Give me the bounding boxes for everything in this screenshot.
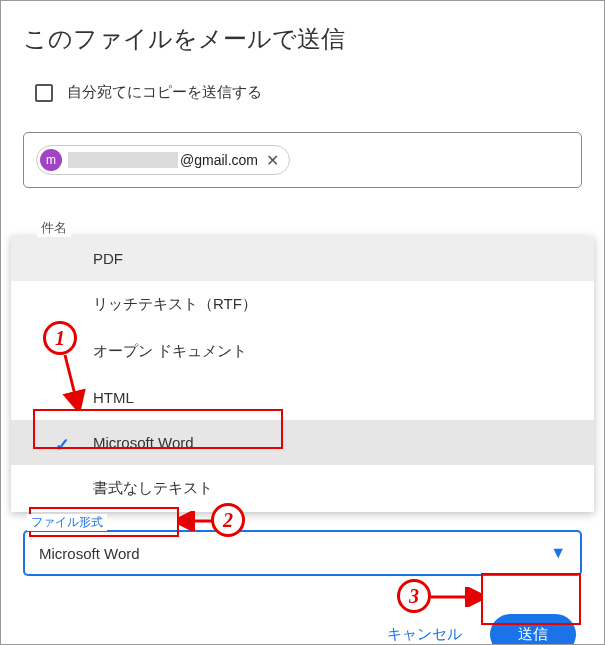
format-dropdown-list: PDF リッチテキスト（RTF） オープン ドキュメント HTML ✓ Micr… <box>11 236 594 512</box>
recipient-chip[interactable]: m @gmail.com ✕ <box>36 145 290 175</box>
format-option-label: 書式なしテキスト <box>93 479 213 496</box>
email-domain: @gmail.com <box>180 152 258 168</box>
format-option-label: HTML <box>93 389 134 406</box>
format-option-label: オープン ドキュメント <box>93 342 247 359</box>
annotation-number-1: 1 <box>43 321 77 355</box>
format-option-plaintext[interactable]: 書式なしテキスト <box>11 465 594 512</box>
subject-legend: 件名 <box>37 219 71 237</box>
format-option-label: Microsoft Word <box>93 434 194 451</box>
copy-to-self-checkbox[interactable] <box>35 84 53 102</box>
annotation-number-3: 3 <box>397 579 431 613</box>
avatar: m <box>40 149 62 171</box>
format-option-label: PDF <box>93 250 123 267</box>
selected-format-value: Microsoft Word <box>39 545 140 562</box>
format-option-label: リッチテキスト（RTF） <box>93 295 257 312</box>
annotation-arrow-2 <box>179 511 215 531</box>
dialog-title: このファイルをメールで送信 <box>23 23 582 55</box>
check-icon: ✓ <box>55 434 70 456</box>
format-option-pdf[interactable]: PDF <box>11 236 594 281</box>
format-option-html[interactable]: HTML <box>11 375 594 420</box>
format-option-rtf[interactable]: リッチテキスト（RTF） <box>11 281 594 328</box>
remove-recipient-icon[interactable]: ✕ <box>264 151 281 170</box>
format-option-odt[interactable]: オープン ドキュメント <box>11 328 594 375</box>
cancel-button[interactable]: キャンセル <box>377 617 472 645</box>
copy-to-self-row[interactable]: 自分宛てにコピーを送信する <box>35 83 582 102</box>
file-format-legend: ファイル形式 <box>27 514 107 531</box>
redacted-email-local <box>68 152 178 168</box>
send-button[interactable]: 送信 <box>490 614 576 645</box>
format-option-word[interactable]: ✓ Microsoft Word <box>11 420 594 465</box>
file-format-select[interactable]: Microsoft Word ▼ <box>23 530 582 576</box>
recipient-field[interactable]: m @gmail.com ✕ <box>23 132 582 188</box>
caret-down-icon: ▼ <box>550 544 566 562</box>
annotation-number-2: 2 <box>211 503 245 537</box>
copy-to-self-label: 自分宛てにコピーを送信する <box>67 83 262 102</box>
